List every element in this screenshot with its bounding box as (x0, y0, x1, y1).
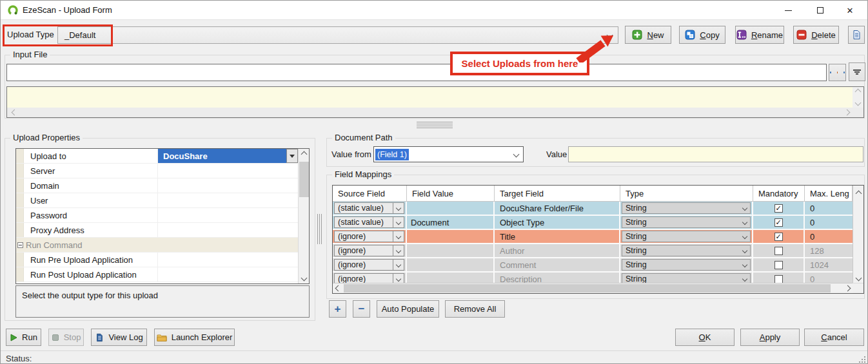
property-row[interactable]: Password (16, 208, 298, 223)
chevron-down-icon[interactable] (393, 274, 404, 283)
run-button[interactable]: Run (6, 329, 41, 346)
property-value[interactable] (158, 223, 298, 237)
mapping-row[interactable]: (ignore)TitleString✓0 (333, 230, 863, 244)
property-value[interactable] (158, 208, 298, 222)
scroll-left-icon[interactable] (12, 110, 18, 116)
delete-button[interactable]: Delete (793, 26, 839, 44)
value-field[interactable] (568, 146, 863, 162)
source-field-dropdown[interactable]: (ignore) (334, 259, 404, 271)
field-value-cell[interactable]: Document (407, 216, 495, 230)
ok-button[interactable]: OK (675, 329, 735, 346)
property-value[interactable] (158, 267, 298, 282)
property-grid-scrollbar[interactable] (298, 149, 309, 283)
property-row[interactable]: Run Pre Upload Application (16, 253, 298, 267)
scrollbar-thumb[interactable] (344, 284, 831, 292)
scroll-left-icon[interactable] (333, 283, 343, 293)
field-value-cell[interactable] (407, 202, 495, 216)
source-field-cell[interactable]: (ignore) (333, 273, 407, 283)
source-field-cell[interactable]: (ignore) (333, 244, 407, 258)
column-header-max-length[interactable]: Max. Leng (805, 186, 853, 201)
input-file-field[interactable] (6, 64, 827, 81)
scrollbar-thumb[interactable] (299, 162, 309, 197)
scroll-down-icon[interactable] (855, 100, 862, 106)
max-length-cell[interactable]: 128 (805, 244, 853, 258)
chevron-down-icon[interactable] (393, 260, 404, 270)
property-value[interactable] (158, 178, 298, 193)
checkbox-checked-icon[interactable]: ✓ (774, 233, 783, 241)
chevron-down-icon[interactable] (739, 245, 750, 256)
cancel-button[interactable]: Cancel (804, 329, 864, 346)
chevron-down-icon[interactable] (393, 203, 404, 213)
property-name[interactable]: User (24, 193, 158, 207)
type-dropdown[interactable]: String (622, 245, 751, 256)
field-value-cell[interactable] (407, 230, 495, 244)
type-dropdown[interactable]: String (622, 259, 751, 271)
mapping-row[interactable]: (static value)DocumentObject TypeString✓… (333, 216, 863, 230)
source-field-cell[interactable]: (static value) (333, 216, 407, 230)
type-dropdown[interactable]: String (622, 202, 751, 214)
target-field-cell[interactable]: Comment (495, 258, 620, 273)
remove-row-button[interactable]: − (353, 300, 370, 318)
chevron-down-icon[interactable] (739, 217, 750, 227)
max-length-cell[interactable]: 0 (805, 273, 853, 283)
type-cell[interactable]: String (620, 244, 753, 258)
column-header-mandatory[interactable]: Mandatory (753, 186, 805, 201)
add-row-button[interactable]: + (329, 300, 346, 318)
type-dropdown[interactable]: String (622, 273, 751, 283)
mandatory-cell[interactable] (753, 244, 805, 258)
property-name[interactable]: Domain (24, 178, 158, 193)
mandatory-cell[interactable] (753, 273, 805, 283)
type-cell[interactable]: String (620, 258, 753, 273)
target-field-cell[interactable]: Object Type (495, 216, 620, 230)
column-header-target-field[interactable]: Target Field (495, 186, 620, 201)
chevron-down-icon[interactable] (509, 152, 523, 157)
scroll-right-icon[interactable] (844, 110, 851, 116)
copy-button[interactable]: Copy (679, 26, 725, 44)
remove-all-button[interactable]: Remove All (445, 300, 505, 318)
upload-type-dropdown[interactable]: _Default (57, 26, 618, 44)
dropdown-button[interactable] (286, 149, 298, 163)
field-value-cell[interactable] (407, 244, 495, 258)
type-cell[interactable]: String (620, 273, 753, 283)
source-field-dropdown[interactable]: (ignore) (334, 273, 404, 283)
notes-button[interactable] (848, 26, 865, 44)
property-row[interactable]: Server (16, 164, 298, 178)
view-log-button[interactable]: View Log (91, 329, 147, 346)
scroll-up-icon[interactable] (299, 149, 310, 160)
chevron-down-icon[interactable] (393, 217, 404, 227)
horizontal-splitter[interactable] (417, 122, 453, 129)
mapping-row[interactable]: (ignore)DescriptionString0 (333, 273, 863, 283)
launch-explorer-button[interactable]: Launch Explorer (154, 329, 235, 346)
scroll-up-icon[interactable] (853, 188, 863, 198)
chevron-down-icon[interactable] (393, 231, 404, 242)
property-name[interactable]: Server (24, 164, 158, 178)
property-name[interactable]: Run Pre Upload Application (24, 253, 158, 267)
type-cell[interactable]: String (620, 202, 753, 216)
checkbox-unchecked-icon[interactable] (774, 247, 783, 255)
column-header-type[interactable]: Type (620, 186, 753, 201)
property-row[interactable]: Upload toDocuShare (16, 149, 298, 164)
property-row[interactable]: User (16, 193, 298, 208)
mandatory-cell[interactable]: ✓ (753, 230, 805, 244)
checkbox-checked-icon[interactable]: ✓ (774, 204, 783, 213)
property-name[interactable]: Upload to (24, 149, 158, 163)
property-row[interactable]: Domain (16, 178, 298, 193)
source-field-dropdown[interactable]: (ignore) (334, 245, 404, 256)
source-field-dropdown[interactable]: (static value) (334, 216, 404, 228)
table-horizontal-scrollbar[interactable] (333, 283, 853, 293)
type-cell[interactable]: String (620, 230, 753, 244)
chevron-down-icon[interactable] (739, 203, 750, 213)
mandatory-cell[interactable]: ✓ (753, 216, 805, 230)
field-value-cell[interactable] (407, 258, 495, 273)
checkbox-checked-icon[interactable]: ✓ (774, 218, 783, 227)
field-value-cell[interactable] (407, 273, 495, 283)
source-field-cell[interactable]: (ignore) (333, 258, 407, 273)
rename-button[interactable]: Rename (735, 26, 784, 44)
resize-grip-icon[interactable] (858, 356, 866, 363)
target-field-cell[interactable]: Description (495, 273, 620, 283)
target-field-cell[interactable]: Title (495, 230, 620, 244)
source-field-dropdown[interactable]: (ignore) (334, 231, 404, 242)
target-field-cell[interactable]: DocuShare Folder/File (495, 202, 620, 216)
minimize-button[interactable] (773, 1, 803, 20)
scroll-right-icon[interactable] (842, 283, 853, 293)
